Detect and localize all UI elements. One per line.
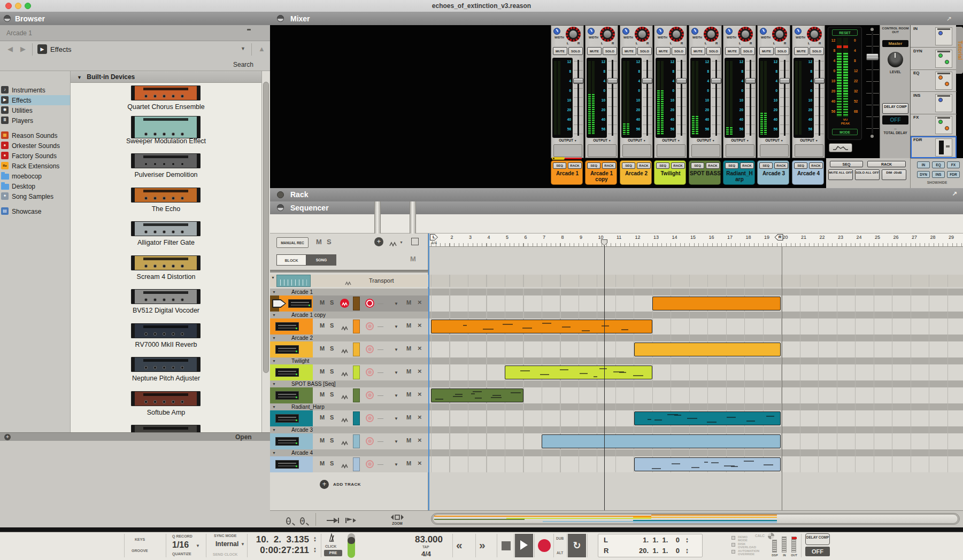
collapse-triangle-icon[interactable]: ▼: [272, 336, 276, 340]
sidebar-item-reason-sounds[interactable]: ▦Reason Sounds: [0, 130, 71, 141]
sidebar-item-instruments[interactable]: ♪Instruments: [0, 85, 71, 95]
right-locator-value[interactable]: 20. 1. 1. 0: [614, 547, 680, 555]
chevron-down-icon[interactable]: ▼: [394, 393, 398, 398]
browser-panel-header[interactable]: Browser: [0, 12, 270, 25]
strip-section-in[interactable]: IN: [911, 25, 957, 48]
stop-button[interactable]: [502, 541, 511, 550]
track-row-radiant-harp[interactable]: MS—▼M×: [270, 410, 428, 426]
fader-handle[interactable]: [745, 78, 756, 84]
keys-button[interactable]: KEYS: [135, 538, 145, 541]
automation-icon[interactable]: [341, 346, 348, 356]
sidebar-item-moebocop[interactable]: moebocop: [0, 171, 71, 181]
automation-record-icon[interactable]: [340, 299, 349, 308]
sidebar-item-factory-sounds[interactable]: ●Factory Sounds: [0, 151, 71, 161]
track-solo-button[interactable]: S: [330, 391, 334, 398]
time-stepper[interactable]: ▲▼: [313, 547, 317, 553]
transport-track-lane[interactable]: ▼ Transport: [270, 275, 428, 287]
sidebar-item-song-samples[interactable]: ✦Song Samples: [0, 191, 71, 201]
zoom-out-icon[interactable]: –: [286, 515, 291, 525]
pennant-flag-icon[interactable]: [345, 516, 357, 526]
automation-icon[interactable]: [341, 438, 348, 448]
mute-button[interactable]: MUTE: [725, 47, 739, 55]
add-icon[interactable]: +: [4, 434, 11, 440]
mute-button[interactable]: MUTE: [587, 47, 602, 55]
clip-arcade-3[interactable]: [542, 434, 781, 448]
strip-section-fdr[interactable]: FDR: [911, 136, 957, 159]
track-close-icon[interactable]: ×: [418, 459, 422, 467]
track-row-arcade-3[interactable]: MS—▼M×: [270, 433, 428, 449]
strip-section-eq[interactable]: EQ: [911, 69, 957, 92]
record-arm-button[interactable]: [366, 460, 374, 468]
track-m-button[interactable]: M: [406, 414, 411, 421]
maximize-arrow-icon[interactable]: ↗: [952, 190, 957, 198]
solo-all-button[interactable]: S: [327, 238, 332, 246]
pan-knob[interactable]: [807, 27, 822, 42]
collapse-triangle-icon[interactable]: ▼: [272, 290, 276, 294]
record-arm-button[interactable]: [365, 299, 374, 308]
showhide-dyn-button[interactable]: DYN: [917, 171, 930, 178]
mute-all-button[interactable]: M: [316, 238, 322, 246]
mixer-channel-tab-arcade-4[interactable]: SEQRACKArcade 4: [792, 160, 824, 185]
solo-button[interactable]: SOLO: [568, 47, 583, 55]
dub-button[interactable]: DUB: [556, 536, 564, 540]
device-list-header[interactable]: ▼ Built-in Devices: [71, 71, 261, 83]
zoom-control[interactable]: ZOOM: [387, 513, 408, 525]
collapse-triangle-icon[interactable]: ▼: [272, 428, 276, 432]
quantize-value[interactable]: 1/16: [172, 540, 189, 550]
mixer-channel-tab-arcade-3[interactable]: SEQRACKArcade 3: [757, 160, 789, 185]
output-label[interactable]: OUTPUT ▼: [792, 138, 826, 142]
track-row-arcade-1[interactable]: MS—▼M×: [270, 295, 428, 312]
play-button[interactable]: [515, 534, 533, 557]
clip-arcade-4[interactable]: [634, 457, 781, 471]
clip-arcade-2[interactable]: [634, 343, 781, 356]
automation-icon[interactable]: [389, 239, 397, 249]
chevron-down-icon[interactable]: ▼: [394, 370, 398, 375]
tutorial-tab[interactable]: Tutorial: [956, 27, 963, 74]
mixer-channel-tab-twilight[interactable]: SEQRACKTwilight: [654, 160, 686, 185]
track-row-arcade-4[interactable]: MS—▼M×: [270, 456, 428, 472]
dim-button[interactable]: DIM -20dB: [882, 169, 906, 180]
pan-knob[interactable]: [669, 27, 684, 42]
left-locator-value[interactable]: 1. 1. 1. 0: [614, 536, 680, 544]
fader-handle[interactable]: [780, 78, 790, 84]
add-track-plus-icon[interactable]: +: [374, 237, 383, 246]
mute-button[interactable]: MUTE: [656, 47, 671, 55]
manual-rec-button[interactable]: MANUAL REC: [276, 237, 309, 248]
track-solo-button[interactable]: S: [330, 437, 334, 444]
output-label[interactable]: OUTPUT ▼: [758, 138, 791, 142]
chevron-down-icon[interactable]: ▼: [394, 439, 398, 444]
time-position-display[interactable]: 0:00:27:211: [250, 545, 309, 556]
chevron-down-icon[interactable]: ▼: [399, 240, 403, 244]
width-knob[interactable]: [760, 28, 767, 35]
delay-comp-button[interactable]: DELAY COMP: [805, 533, 830, 545]
chevron-down-icon[interactable]: ▼: [394, 347, 398, 352]
automation-icon[interactable]: [341, 369, 348, 379]
tab-rack-button[interactable]: RACK: [602, 162, 616, 169]
track-m-button[interactable]: M: [406, 368, 411, 375]
track-mute-button[interactable]: M: [320, 391, 325, 398]
mixer-channel-tab-arcade-1-copy[interactable]: SEQRACKArcade 1 copy: [585, 160, 617, 185]
mixer-channel-tab-spot-bass[interactable]: SEQRACKSPOT BASS: [689, 160, 721, 185]
width-knob[interactable]: [588, 28, 595, 35]
mixer-collapse-icon[interactable]: [277, 15, 284, 22]
record-arm-button[interactable]: [366, 437, 374, 445]
rack-collapse-icon[interactable]: [277, 191, 284, 198]
solo-button[interactable]: SOLO: [672, 47, 686, 55]
tab-seq-button[interactable]: SEQ: [622, 162, 635, 169]
tab-rack-button[interactable]: RACK: [774, 162, 788, 169]
width-knob[interactable]: [691, 28, 698, 35]
record-arm-button[interactable]: [366, 391, 374, 399]
track-mute-button[interactable]: M: [320, 414, 325, 421]
pan-knob[interactable]: [772, 27, 787, 42]
track-close-icon[interactable]: ×: [418, 413, 422, 421]
tab-seq-button[interactable]: SEQ: [553, 162, 566, 169]
width-knob[interactable]: [726, 28, 733, 35]
slider-knob[interactable]: [348, 537, 355, 544]
tab-rack-button[interactable]: RACK: [568, 162, 582, 169]
search-button[interactable]: Search: [233, 61, 253, 68]
pan-knob[interactable]: [600, 27, 615, 42]
goto-marker-icon[interactable]: [326, 516, 340, 526]
track-close-icon[interactable]: ×: [418, 344, 422, 352]
track-solo-button[interactable]: S: [330, 322, 334, 329]
width-knob[interactable]: [622, 28, 629, 35]
